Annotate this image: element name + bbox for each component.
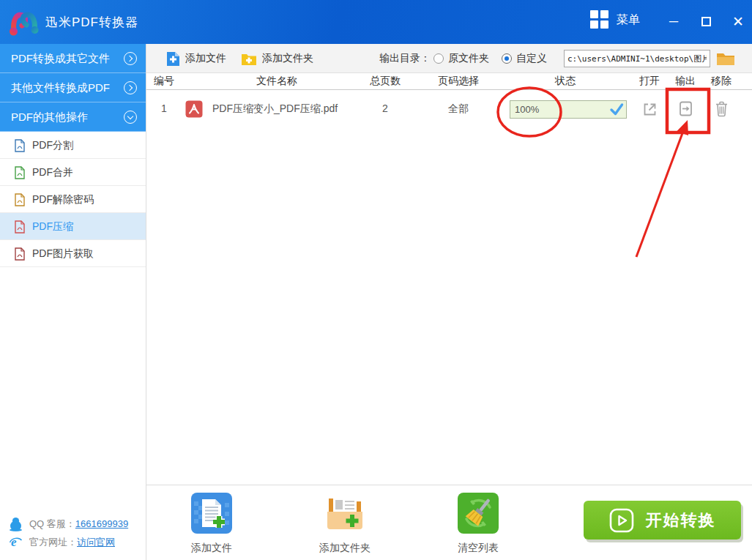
footer-add-file-button[interactable]: 添加文件 (175, 493, 248, 555)
pdf-file-icon (15, 193, 25, 206)
clear-list-icon (458, 493, 499, 534)
toolbar: 添加文件 添加文件夹 输出目录： 原文件夹 自定义 (146, 44, 752, 73)
radio-custom-folder[interactable]: 自定义 (502, 44, 547, 73)
website-label: 官方网址： (29, 537, 77, 548)
col-status: 状态 (555, 73, 576, 89)
remove-file-button[interactable] (714, 100, 729, 117)
qq-number-link[interactable]: 1661699939 (75, 518, 128, 529)
footer-add-file-label: 添加文件 (175, 542, 248, 555)
check-icon (609, 102, 624, 116)
output-path-input[interactable] (564, 50, 710, 67)
row-filename: PDF压缩变小_PDF压缩.pdf (212, 91, 338, 126)
footer-clear-list-label: 清空列表 (442, 542, 515, 555)
sidebar-item-pdf-merge[interactable]: PDF合并 (0, 159, 146, 186)
qq-icon (9, 517, 23, 531)
group-label: 其他文件转换成PDF (11, 81, 110, 94)
sidebar-item-pdf-remove-password[interactable]: PDF解除密码 (0, 186, 146, 213)
pdf-file-icon (15, 247, 25, 261)
pdf-file-icon (15, 220, 25, 234)
sidebar-item-pdf-compress[interactable]: PDF压缩 (0, 213, 146, 240)
annotation-arrow-line (636, 133, 682, 257)
progress-percent: 100% (515, 101, 539, 119)
progress-bar: 100% (510, 100, 627, 119)
group-label: PDF的其他操作 (11, 111, 88, 123)
close-button[interactable]: ✕ (726, 10, 750, 34)
external-link-icon (641, 100, 658, 117)
add-folder-big-icon (324, 493, 365, 534)
add-folder-button[interactable]: 添加文件夹 (241, 44, 313, 73)
footer-divider (146, 485, 752, 485)
export-arrow-icon (677, 100, 694, 117)
col-range: 页码选择 (438, 73, 479, 89)
app-logo-icon (7, 7, 41, 37)
chevron-right-icon (124, 52, 137, 65)
group-label: PDF转换成其它文件 (11, 52, 110, 64)
maximize-icon (701, 17, 711, 26)
grid-menu-icon (590, 10, 609, 29)
footer-add-folder-button[interactable]: 添加文件夹 (308, 493, 381, 555)
qq-support-row: QQ 客服：1661699939 (0, 515, 146, 533)
radio-source-label: 原文件夹 (448, 52, 489, 65)
support-block: QQ 客服：1661699939 e 官方网址：访问官网 (0, 515, 146, 551)
app-window: 迅米PDF转换器 菜单 ─ ✕ PDF转换成其它文件 其他文件转换成PDF PD… (0, 0, 752, 560)
start-convert-label: 开始转换 (646, 509, 716, 531)
sidebar-item-label: PDF图片获取 (32, 247, 94, 259)
radio-custom-label: 自定义 (516, 52, 547, 65)
add-file-label: 添加文件 (185, 52, 226, 65)
sidebar-group-pdf-to-other[interactable]: PDF转换成其它文件 (0, 44, 146, 73)
footer-add-folder-label: 添加文件夹 (308, 542, 381, 555)
sidebar-item-label: PDF合并 (32, 166, 73, 178)
sidebar-group-pdf-operations[interactable]: PDF的其他操作 (0, 102, 146, 132)
sidebar-item-label: PDF压缩 (32, 220, 73, 232)
website-row: e 官方网址：访问官网 (0, 533, 146, 551)
col-index: 编号 (154, 73, 174, 89)
col-output: 输出 (675, 73, 696, 89)
pdf-file-icon (15, 139, 25, 152)
add-file-icon (166, 51, 180, 67)
radio-circle-icon (433, 53, 444, 64)
sidebar-item-label: PDF分割 (32, 139, 73, 151)
col-pages: 总页数 (370, 73, 401, 89)
radio-source-folder[interactable]: 原文件夹 (433, 44, 489, 73)
minimize-button[interactable]: ─ (662, 10, 685, 34)
browse-folder-button[interactable] (716, 51, 735, 67)
title-bar: 迅米PDF转换器 菜单 ─ ✕ (0, 0, 752, 44)
chevron-right-icon (124, 81, 137, 94)
table-header: 编号 文件名称 总页数 页码选择 状态 打开 输出 移除 (146, 73, 752, 90)
output-folder-button[interactable] (677, 100, 694, 117)
sidebar-item-pdf-split[interactable]: PDF分割 (0, 132, 146, 159)
website-link[interactable]: 访问官网 (77, 537, 115, 548)
row-total-pages: 2 (378, 91, 392, 126)
add-folder-label: 添加文件夹 (262, 52, 313, 65)
row-index: 1 (157, 91, 171, 126)
folder-icon (716, 51, 735, 66)
add-folder-icon (241, 52, 257, 66)
add-file-big-icon (191, 493, 232, 534)
menu-button[interactable]: 菜单 (590, 10, 640, 29)
menu-label: 菜单 (617, 12, 640, 28)
browser-e-icon: e (9, 535, 23, 549)
qq-label: QQ 客服： (29, 518, 75, 529)
col-open: 打开 (639, 73, 660, 89)
app-title: 迅米PDF转换器 (45, 14, 138, 31)
maximize-button[interactable] (694, 10, 718, 34)
radio-dot-icon (502, 53, 512, 64)
start-convert-button[interactable]: 开始转换 (584, 501, 741, 540)
sidebar-item-label: PDF解除密码 (32, 193, 94, 205)
open-file-button[interactable] (641, 100, 658, 117)
row-page-selection[interactable]: 全部 (445, 91, 472, 126)
chevron-down-icon (124, 111, 137, 124)
col-filename: 文件名称 (256, 73, 297, 89)
sidebar-item-pdf-extract-images[interactable]: PDF图片获取 (0, 240, 146, 267)
pdf-file-icon (185, 100, 203, 118)
sidebar-group-other-to-pdf[interactable]: 其他文件转换成PDF (0, 73, 146, 102)
footer-clear-list-button[interactable]: 清空列表 (442, 493, 515, 555)
col-remove: 移除 (711, 73, 731, 89)
sidebar: PDF转换成其它文件 其他文件转换成PDF PDF的其他操作 PDF分割 PDF… (0, 44, 146, 560)
play-icon (609, 508, 634, 533)
trash-icon (714, 100, 729, 117)
table-row: 1 PDF压缩变小_PDF压缩.pdf 2 全部 100% (146, 91, 752, 126)
svg-text:e: e (11, 535, 17, 549)
add-file-button[interactable]: 添加文件 (166, 44, 226, 73)
pdf-file-icon (15, 166, 25, 179)
